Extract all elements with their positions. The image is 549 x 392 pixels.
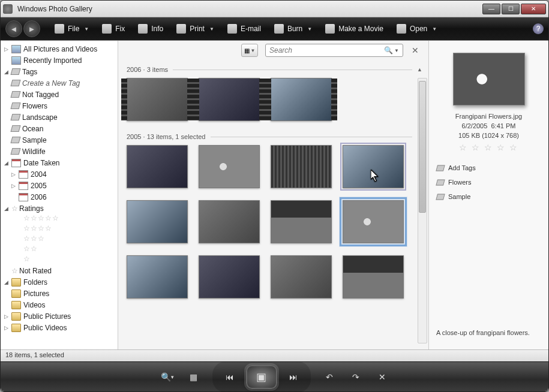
- playback-bar: 🔍▾ ▦ ⏮ ▣ ⏭ ↶ ↷ ✕: [1, 361, 548, 391]
- info-datetime: 6/2/2005 6:41 PM: [436, 122, 541, 129]
- status-bar: 18 items, 1 selected: [1, 349, 548, 361]
- thumbnail[interactable]: [199, 255, 260, 298]
- tree-folder-public-pictures[interactable]: ▷Public Pictures: [2, 310, 116, 322]
- tree-ratings[interactable]: ◢☆Ratings: [2, 203, 116, 214]
- info-filename: Frangipani Flowers.jpg: [436, 113, 541, 120]
- window-title: Windows Photo Gallery: [17, 5, 482, 13]
- collapse-toggle[interactable]: ▲: [417, 67, 422, 73]
- search-input[interactable]: [269, 46, 382, 55]
- tree-create-tag[interactable]: Create a New Tag: [2, 77, 116, 89]
- thumbnail-video[interactable]: [271, 78, 332, 121]
- thumbnail-size-button[interactable]: ▦: [186, 369, 202, 385]
- search-box[interactable]: 🔍▼: [265, 44, 403, 57]
- email-button[interactable]: E-mail: [221, 22, 267, 36]
- thumbnail[interactable]: [271, 200, 332, 243]
- tree-tag-ocean[interactable]: Ocean: [2, 123, 116, 134]
- thumbnail-video[interactable]: [127, 78, 188, 121]
- tree-tag-wildlife[interactable]: Wildlife: [2, 146, 116, 157]
- tree-folder-pictures[interactable]: Pictures: [2, 288, 116, 299]
- next-button[interactable]: ⏭: [286, 369, 301, 385]
- star-icon: ☆: [11, 204, 18, 213]
- calendar-icon: [11, 159, 21, 167]
- info-size: 105 KB (1024 x 768): [436, 132, 541, 139]
- burn-menu[interactable]: Burn▼: [268, 22, 318, 36]
- forward-button[interactable]: ►: [23, 20, 40, 37]
- delete-button[interactable]: ✕: [374, 369, 390, 385]
- file-icon: [55, 24, 64, 34]
- fix-icon: [102, 24, 112, 34]
- file-menu[interactable]: File▼: [49, 22, 95, 36]
- gallery-main: ▦▼ 🔍▼ ✕ 2006 · 3 items ▲ 200: [118, 41, 428, 349]
- view-toggle[interactable]: ▦▼: [241, 44, 258, 57]
- info-caption[interactable]: A close-up of frangipani flowers.: [436, 324, 541, 345]
- rating-5[interactable]: ☆☆☆☆☆: [2, 214, 116, 224]
- add-tags-button[interactable]: Add Tags: [436, 164, 541, 171]
- titlebar: Windows Photo Gallery — ☐ ✕: [1, 1, 548, 17]
- tree-folder-videos[interactable]: Videos: [2, 299, 116, 310]
- thumbnail[interactable]: [271, 145, 332, 188]
- thumbnail[interactable]: [127, 255, 188, 298]
- burn-icon: [274, 24, 284, 34]
- tag-icon: [11, 68, 21, 75]
- print-icon: [176, 24, 186, 34]
- scroll-thumb[interactable]: [419, 81, 426, 213]
- tree-tag-not-tagged[interactable]: Not Tagged: [2, 89, 116, 100]
- navigation-tree: ▷All Pictures and Videos Recently Import…: [1, 41, 118, 349]
- back-button[interactable]: ◄: [5, 20, 22, 37]
- tree-tags[interactable]: ◢Tags: [2, 66, 116, 77]
- tree-date-taken[interactable]: ◢Date Taken: [2, 157, 116, 168]
- tree-tag-sample[interactable]: Sample: [2, 134, 116, 146]
- preview-thumbnail: [453, 53, 525, 105]
- tree-all-pictures[interactable]: ▷All Pictures and Videos: [2, 43, 116, 55]
- tree-date-2005[interactable]: ▷2005: [2, 180, 116, 191]
- fix-button[interactable]: Fix: [96, 22, 131, 36]
- group-header-2005: 2005 · 13 items, 1 selected ▲: [127, 133, 422, 140]
- thumbnail[interactable]: [127, 145, 188, 188]
- help-button[interactable]: ?: [533, 23, 544, 34]
- thumbnail[interactable]: [127, 200, 188, 243]
- open-icon: [397, 24, 406, 34]
- search-icon[interactable]: 🔍: [384, 46, 393, 55]
- previous-button[interactable]: ⏮: [222, 369, 238, 385]
- info-tag-flowers[interactable]: Flowers: [436, 179, 541, 186]
- toolbar: ◄ ► File▼ Fix Info Print▼ E-mail Burn▼ M…: [1, 17, 548, 40]
- thumbnail-video[interactable]: [199, 78, 260, 121]
- open-menu[interactable]: Open▼: [391, 22, 443, 36]
- rotate-cw-button[interactable]: ↷: [348, 369, 364, 385]
- tree-tag-flowers[interactable]: Flowers: [2, 100, 116, 111]
- zoom-button[interactable]: 🔍▾: [160, 369, 175, 385]
- tree-date-2006[interactable]: 2006: [2, 191, 116, 203]
- thumbnail[interactable]: [343, 145, 404, 188]
- tree-date-2004[interactable]: ▷2004: [2, 168, 116, 180]
- info-button[interactable]: Info: [132, 22, 169, 36]
- rating-2[interactable]: ☆☆: [2, 245, 116, 255]
- rotate-ccw-button[interactable]: ↶: [322, 369, 337, 385]
- close-button[interactable]: ✕: [521, 4, 546, 14]
- tree-recently-imported[interactable]: Recently Imported: [2, 55, 116, 66]
- close-info-panel[interactable]: ✕: [408, 44, 422, 56]
- thumbnail-selected[interactable]: [343, 200, 404, 243]
- movie-icon: [325, 24, 335, 34]
- rating-3[interactable]: ☆☆☆: [2, 234, 116, 245]
- slideshow-button[interactable]: ▣: [246, 365, 277, 389]
- rating-4[interactable]: ☆☆☆☆: [2, 224, 116, 234]
- make-movie-button[interactable]: Make a Movie: [319, 22, 389, 36]
- tree-folder-public-videos[interactable]: ▷Public Videos: [2, 322, 116, 333]
- info-tag-sample[interactable]: Sample: [436, 193, 541, 200]
- tree-folders[interactable]: ◢Folders: [2, 276, 116, 288]
- info-rating[interactable]: ☆ ☆ ☆ ☆ ☆: [436, 143, 541, 152]
- group-header-2006: 2006 · 3 items ▲: [127, 66, 422, 73]
- thumbnail[interactable]: [343, 255, 404, 298]
- email-icon: [227, 24, 237, 34]
- minimize-button[interactable]: —: [482, 4, 500, 14]
- maximize-button[interactable]: ☐: [502, 4, 520, 14]
- thumbnail[interactable]: [199, 145, 260, 188]
- thumbnail[interactable]: [271, 255, 332, 298]
- rating-1[interactable]: ☆: [2, 255, 116, 265]
- print-menu[interactable]: Print▼: [170, 22, 220, 36]
- thumbnail[interactable]: [199, 200, 260, 243]
- tree-not-rated[interactable]: ☆Not Rated: [2, 265, 116, 276]
- scrollbar[interactable]: [418, 78, 427, 343]
- app-icon: [3, 4, 13, 14]
- tree-tag-landscape[interactable]: Landscape: [2, 111, 116, 123]
